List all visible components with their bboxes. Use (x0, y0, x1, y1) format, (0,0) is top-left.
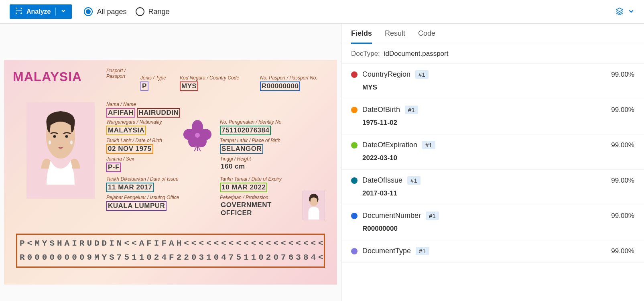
tabs: Fields Result Code (341, 24, 644, 44)
label-pob: Tempat Lahir / Place of Birth (220, 138, 280, 143)
separator (55, 8, 56, 16)
document-viewer[interactable]: MALAYSIA (0, 24, 341, 301)
label-nat: Warganegara / Nationality (106, 119, 162, 125)
analyze-icon (15, 7, 22, 16)
value-type: P (140, 81, 148, 91)
doctype-value: idDocument.passport (384, 50, 449, 58)
person-icon (26, 102, 95, 199)
tab-fields[interactable]: Fields (351, 24, 372, 44)
field-name: DateOfExpiration (362, 141, 417, 149)
value-doi: 11 MAR 2017 (106, 183, 154, 192)
passport-document: MALAYSIA (4, 60, 337, 285)
mrz-line2: R000000009MYS7511024F2203104751102076384… (20, 250, 321, 265)
toolbar: Analyze All pages Range (0, 0, 644, 24)
toolbar-right (615, 7, 634, 17)
svg-point-2 (49, 140, 51, 144)
value-prof1: GOVERNMENT (220, 201, 272, 209)
svg-point-1 (65, 135, 68, 138)
value-sex: P-F (106, 163, 121, 172)
value-doe: 10 MAR 2022 (220, 183, 267, 192)
passport-photo-thumb (303, 191, 325, 220)
field-row[interactable]: DocumentType#199.00% (341, 240, 644, 263)
field-confidence: 99.00% (611, 106, 634, 114)
value-height: 160 cm (220, 163, 246, 171)
svg-point-9 (195, 133, 200, 138)
field-name: DocumentType (362, 247, 411, 255)
passport-country-title: MALAYSIA (13, 69, 82, 84)
tab-code[interactable]: Code (418, 24, 435, 44)
color-swatch (351, 107, 358, 113)
field-confidence: 99.00% (611, 71, 634, 79)
page-range-radio-group: All pages Range (84, 7, 169, 16)
color-swatch (351, 248, 358, 254)
field-name: DocumentNumber (362, 212, 421, 220)
field-name: DateOfBirth (362, 106, 400, 114)
svg-point-0 (53, 135, 56, 138)
field-confidence: 99.00% (611, 212, 634, 220)
chevron-down-icon[interactable] (628, 8, 634, 16)
fields-list[interactable]: CountryRegion#199.00%MYSDateOfBirth#199.… (341, 64, 644, 301)
field-name: CountryRegion (362, 70, 410, 79)
layers-icon[interactable] (615, 7, 624, 17)
field-row[interactable]: CountryRegion#199.00%MYS (341, 64, 644, 99)
passport-photo (26, 102, 95, 199)
color-swatch (351, 177, 358, 184)
analyze-label: Analyze (26, 8, 51, 15)
value-idno: 751102076384 (220, 126, 271, 135)
field-value: R00000000 (362, 225, 634, 233)
value-office: KUALA LUMPUR (106, 201, 167, 211)
field-chip: #1 (405, 106, 418, 114)
radio-all-pages[interactable]: All pages (84, 7, 126, 16)
label-office: Pejabat Pengeluar / Issuing Office (106, 195, 179, 200)
field-confidence: 99.00% (611, 247, 634, 255)
analyze-button[interactable]: Analyze (10, 4, 72, 19)
radio-label: All pages (97, 8, 126, 16)
value-pno: R00000000 (260, 81, 300, 91)
label-doi: Tarikh Dikeluarkan / Date of Issue (106, 176, 179, 182)
label-prof: Pekerjaan / Profession (220, 195, 272, 200)
field-name: DateOfIssue (362, 176, 402, 185)
field-chip: #1 (416, 247, 429, 255)
field-chip: #1 (415, 70, 429, 79)
field-value: 2022-03-10 (362, 154, 634, 162)
label-sex: Jantina / Sex (106, 156, 134, 162)
label-dob: Tarikh Lahir / Date of Birth (106, 138, 162, 143)
label-type: Jenis / Type (140, 75, 166, 81)
radio-range[interactable]: Range (136, 7, 170, 16)
field-row[interactable]: DocumentNumber#199.00%R00000000 (341, 205, 644, 240)
label-passport: Pasport / Passport (106, 68, 130, 79)
field-value: 1975-11-02 (362, 119, 634, 127)
value-firstname: AFIFAH (106, 108, 135, 118)
field-confidence: 99.00% (611, 177, 634, 185)
value-pob: SELANGOR (220, 144, 263, 154)
label-doe: Tarikh Tamat / Date of Expiry (220, 176, 282, 182)
value-ccode: MYS (180, 81, 198, 91)
field-chip: #1 (422, 141, 435, 149)
field-chip: #1 (426, 212, 439, 220)
radio-icon (84, 7, 93, 16)
svg-point-3 (70, 140, 73, 144)
value-prof2: OFFICER (220, 209, 253, 217)
field-row[interactable]: DateOfIssue#199.00%2017-03-11 (341, 170, 644, 205)
chevron-down-icon[interactable] (61, 8, 66, 15)
label-pno: No. Pasport / Passport No. (260, 75, 317, 81)
field-confidence: 99.00% (611, 141, 634, 149)
tab-result[interactable]: Result (385, 24, 405, 44)
radio-label: Range (148, 8, 170, 16)
label-height: Tinggi / Height (220, 156, 251, 162)
doctype-row: DocType: idDocument.passport (341, 44, 644, 64)
mrz-line1: P<MYSHAIRUDDIN<<AFIFAH<<<<<<<<<<<<<<<<<<… (20, 236, 321, 251)
value-lastname: HAIRUDDIN (137, 108, 180, 118)
color-swatch (351, 213, 358, 219)
value-nat: MALAYSIA (106, 126, 146, 135)
field-row[interactable]: DateOfBirth#199.00%1975-11-02 (341, 99, 644, 134)
field-value: 2017-03-11 (362, 189, 634, 197)
label-ccode: Kod Negara / Country Code (180, 75, 239, 81)
field-row[interactable]: DateOfExpiration#199.00%2022-03-10 (341, 134, 644, 170)
label-name: Nama / Name (106, 102, 180, 107)
color-swatch (351, 71, 358, 78)
results-panel: Fields Result Code DocType: idDocument.p… (341, 24, 644, 301)
field-value: MYS (362, 83, 634, 92)
color-swatch (351, 142, 358, 148)
label-idno: No. Pengenalan / Identity No. (220, 119, 283, 125)
